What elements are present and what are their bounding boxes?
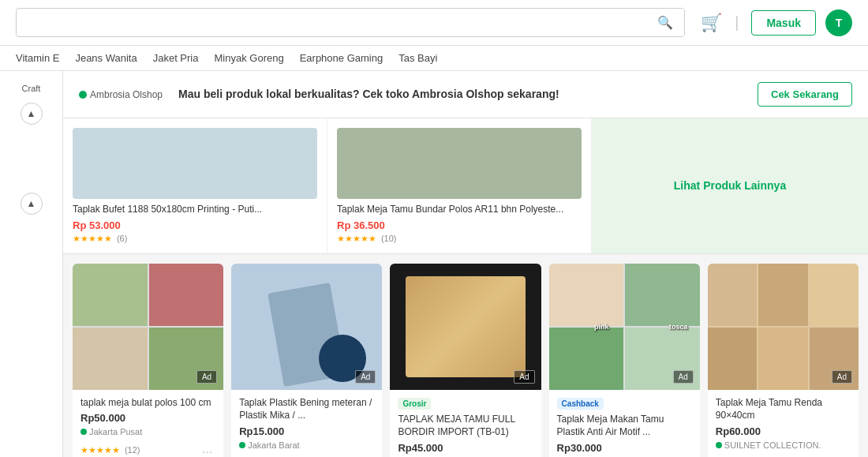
img-cell <box>810 264 859 326</box>
product-card-5-price: Rp60.000 <box>716 425 851 437</box>
product-card-5-footer: ★★★★★ (1) ... <box>716 452 851 457</box>
search-input[interactable]: taplak meja <box>17 10 646 36</box>
product-card-1-price: Rp50.000 <box>80 412 215 424</box>
product-card-5-title: Taplak Meja Tamu Renda 90×40cm <box>716 396 851 423</box>
product-card-1-location: Jakarta Pusat <box>80 427 215 436</box>
more-options-button-2[interactable]: ... <box>357 452 374 457</box>
ad-badge-3: Ad <box>514 370 534 384</box>
search-button[interactable]: 🔍 <box>646 9 684 36</box>
top-product-2-image <box>337 128 582 199</box>
nav-item-jeans[interactable]: Jeans Wanita <box>75 52 137 64</box>
ad-badge: Ad <box>196 370 217 384</box>
img-cell <box>708 328 757 390</box>
arrow-up-button-1[interactable]: ▲ <box>21 103 43 125</box>
cart-icon[interactable]: 🛒 <box>701 13 722 33</box>
main-content: Craft ▲ ▲ Ambrosia Olshop Mau beli produ… <box>0 71 868 457</box>
top-product-1-rating: ★★★★★ (6) <box>73 231 317 244</box>
shop-name: Ambrosia Olshop <box>90 89 163 100</box>
nav-item-minyak[interactable]: Minyak Goreng <box>215 52 284 64</box>
search-bar: taplak meja 🔍 <box>16 8 685 37</box>
top-product-1-title: Taplak Bufet 1188 50x180cm Printing - Pu… <box>73 204 317 216</box>
cek-sekarang-button[interactable]: Cek Sekarang <box>758 82 852 107</box>
product-card-2-image: Ad <box>231 264 382 390</box>
top-products-row: Taplak Bufet 1188 50x180cm Printing - Pu… <box>63 118 868 254</box>
nav-item-jaket[interactable]: Jaket Pria <box>153 52 199 64</box>
img-cell <box>625 264 700 326</box>
stars-icon: ★★★★★ <box>73 234 112 243</box>
product-card-1-image: Ad <box>73 264 223 390</box>
lihat-produk-section[interactable]: Lihat Produk Lainnya <box>592 118 868 253</box>
green-dot-icon <box>79 91 87 99</box>
arrow-up-button-2[interactable]: ▲ <box>21 193 43 215</box>
header: taplak meja 🔍 🛒 | Masuk T <box>0 0 868 46</box>
rating-count: (12) <box>125 445 140 455</box>
nav-item-earphone[interactable]: Earphone Gaming <box>300 52 383 64</box>
stars-icon: ★★★★★ <box>80 445 120 455</box>
product-card-1-body: taplak meja bulat polos 100 cm Rp50.000 … <box>73 390 223 457</box>
location-dot-icon-5 <box>716 442 722 448</box>
product-card-4[interactable]: pink tosca Ad Cashback Taplak Meja Makan… <box>549 264 700 457</box>
avatar[interactable]: T <box>825 9 852 36</box>
nav-item-tas[interactable]: Tas Bayi <box>398 52 437 64</box>
product-card-3-title: TAPLAK MEJA TAMU FULL BORDIR IMPORT (TB-… <box>398 413 533 440</box>
img-cell <box>758 264 807 326</box>
product-card-2-location: Jakarta Barat <box>239 440 374 450</box>
sidebar: Craft ▲ ▲ <box>0 71 63 457</box>
product-card-3-price: Rp45.000 <box>398 442 533 454</box>
divider: | <box>735 13 739 32</box>
promo-text: Mau beli produk lokal berkualitas? Cek t… <box>178 87 742 103</box>
top-product-1-image <box>73 128 317 199</box>
product-card-1[interactable]: Ad taplak meja bulat polos 100 cm Rp50.0… <box>73 264 223 457</box>
product-card-2-price: Rp15.000 <box>239 425 374 437</box>
location-dot-icon-2 <box>239 442 245 448</box>
product-card-4-image: pink tosca Ad <box>549 264 700 390</box>
img-cell <box>73 328 148 390</box>
product-card-4-body: Cashback Taplak Meja Makan Tamu Plastik … <box>549 390 700 457</box>
nav-item-vitamin[interactable]: Vitamin E <box>16 52 59 64</box>
grosir-badge: Grosir <box>398 398 431 410</box>
products-section: Ad taplak meja bulat polos 100 cm Rp50.0… <box>63 254 868 457</box>
product-card-4-title: Taplak Meja Makan Tamu Plastik Anti Air … <box>557 413 692 440</box>
content-area: Ambrosia Olshop Mau beli produk lokal be… <box>63 71 868 457</box>
product-card-4-price: Rp30.000 <box>557 442 692 454</box>
promo-title: Mau beli produk lokal berkualitas? Cek t… <box>178 87 742 103</box>
search-icon: 🔍 <box>657 16 673 29</box>
sidebar-label: Craft <box>22 79 41 98</box>
product-card-5-body: Taplak Meja Tamu Renda 90×40cm Rp60.000 … <box>708 390 859 457</box>
ad-badge-2: Ad <box>355 370 376 384</box>
product-card-1-title: taplak meja bulat polos 100 cm <box>80 396 215 410</box>
img-cell <box>549 328 624 390</box>
img-cell <box>149 264 224 326</box>
product-card-2-title: Taplak Plastik Bening meteran / Plastik … <box>239 396 374 423</box>
promo-banner: Ambrosia Olshop Mau beli produk lokal be… <box>63 71 868 118</box>
product-card-5-location: SUILNET COLLECTION. <box>716 440 851 450</box>
img-cell <box>73 264 148 326</box>
product-card-3-body: Grosir TAPLAK MEJA TAMU FULL BORDIR IMPO… <box>390 390 541 457</box>
product-card-3-image: Ad <box>390 264 541 390</box>
color-label-pink: pink <box>594 323 609 331</box>
product-card-2-footer: ★★★★★ (57) ... <box>239 452 374 457</box>
top-product-1[interactable]: Taplak Bufet 1188 50x180cm Printing - Pu… <box>63 118 327 253</box>
product-card-1-footer: ★★★★★ (12) ... <box>80 439 215 457</box>
product-card-2[interactable]: Ad Taplak Plastik Bening meteran / Plast… <box>231 264 382 457</box>
top-product-2-title: Taplak Meja Tamu Bundar Polos AR11 bhn P… <box>337 204 582 216</box>
product-card-1-stars: ★★★★★ (12) <box>80 443 140 455</box>
location-dot-icon <box>80 429 87 435</box>
stars-icon-2: ★★★★★ <box>337 234 376 243</box>
product-card-2-body: Taplak Plastik Bening meteran / Plastik … <box>231 390 382 457</box>
masuk-button[interactable]: Masuk <box>751 10 816 36</box>
product-card-3[interactable]: Ad Grosir TAPLAK MEJA TAMU FULL BORDIR I… <box>390 264 541 457</box>
product-card-5[interactable]: Ad Taplak Meja Tamu Renda 90×40cm Rp60.0… <box>708 264 859 457</box>
img-cell <box>758 328 807 390</box>
top-product-2-price: Rp 36.500 <box>337 219 582 231</box>
nav-bar: Vitamin E Jeans Wanita Jaket Pria Minyak… <box>0 46 868 71</box>
top-product-1-price: Rp 53.000 <box>73 219 317 231</box>
more-options-button[interactable]: ... <box>199 439 215 457</box>
cashback-badge: Cashback <box>557 398 604 410</box>
top-product-2[interactable]: Taplak Meja Tamu Bundar Polos AR11 bhn P… <box>327 118 592 253</box>
more-options-button-5[interactable]: ... <box>834 452 851 457</box>
shop-badge: Ambrosia Olshop <box>79 89 163 100</box>
product-card-5-image: Ad <box>708 264 859 390</box>
color-label-tosca: tosca <box>669 323 688 331</box>
img-cell <box>549 264 624 326</box>
